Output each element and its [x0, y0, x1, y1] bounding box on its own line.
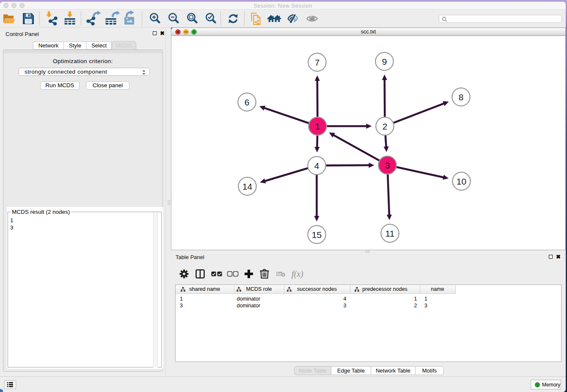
svg-text:6: 6 — [245, 97, 250, 107]
svg-text:f(x): f(x) — [292, 269, 303, 279]
svg-text:9: 9 — [382, 57, 387, 66]
svg-text:10: 10 — [457, 177, 466, 186]
svg-text:7: 7 — [315, 58, 320, 67]
svg-text:15: 15 — [312, 230, 322, 240]
svg-text:14: 14 — [242, 182, 253, 191]
svg-text:2: 2 — [383, 121, 388, 131]
svg-text:3: 3 — [385, 160, 390, 170]
svg-text:1: 1 — [315, 121, 320, 131]
svg-text:11: 11 — [385, 229, 395, 238]
svg-text:8: 8 — [459, 92, 464, 102]
svg-text:4: 4 — [314, 161, 319, 171]
